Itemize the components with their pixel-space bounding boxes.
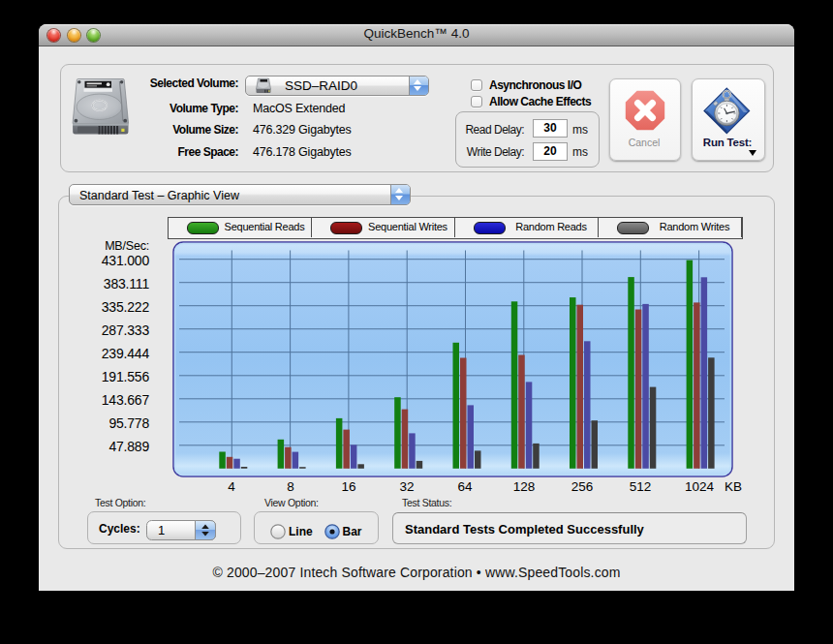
svg-text:1: 1 — [158, 523, 165, 537]
